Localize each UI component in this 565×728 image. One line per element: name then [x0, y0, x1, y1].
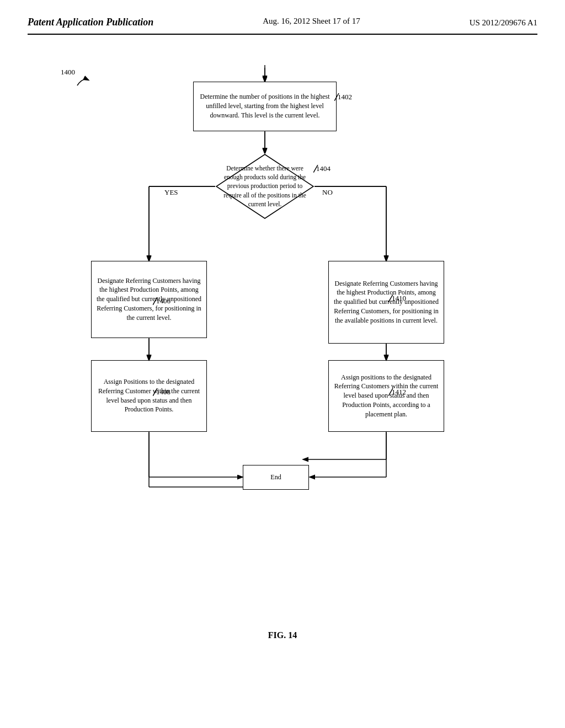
- publication-number: US 2012/209676 A1: [470, 17, 537, 29]
- publication-date-sheet: Aug. 16, 2012 Sheet 17 of 17: [263, 17, 360, 26]
- yes-label: YES: [164, 188, 178, 197]
- node-1410: Designate Referring Customers having the…: [328, 261, 444, 344]
- page: Patent Application Publication Aug. 16, …: [0, 0, 565, 728]
- node-1412: Assign positions to the designated Refer…: [328, 360, 444, 432]
- curved-arrow-icon: [74, 74, 91, 88]
- svg-line-12: [334, 93, 339, 101]
- no-label: NO: [322, 188, 333, 197]
- svg-line-18: [388, 388, 393, 396]
- page-header: Patent Application Publication Aug. 16, …: [28, 17, 537, 35]
- publication-title: Patent Application Publication: [28, 17, 153, 28]
- ref-tick-1412: [388, 388, 395, 396]
- figure-label: FIG. 14: [28, 630, 537, 640]
- node-1408: Assign Positions to the designated Refer…: [91, 360, 207, 432]
- node-end: End: [243, 465, 309, 490]
- node-1404: Determine whether there were enough prod…: [215, 153, 315, 220]
- ref-tick-1406: [153, 297, 159, 305]
- ref-tick-1410: [388, 295, 395, 302]
- svg-line-17: [388, 295, 393, 302]
- ref-tick-1402: [334, 93, 341, 101]
- node-1402: Determine the number of positions in the…: [193, 82, 337, 131]
- svg-line-16: [153, 388, 157, 396]
- diagram-area: 1400 Determine the number of positions i…: [28, 46, 537, 625]
- ref-tick-1408: [153, 388, 159, 396]
- node-1406: Designate Referring Customers having the…: [91, 261, 207, 338]
- svg-line-15: [153, 297, 157, 305]
- diagram-id-label: 1400: [61, 68, 75, 77]
